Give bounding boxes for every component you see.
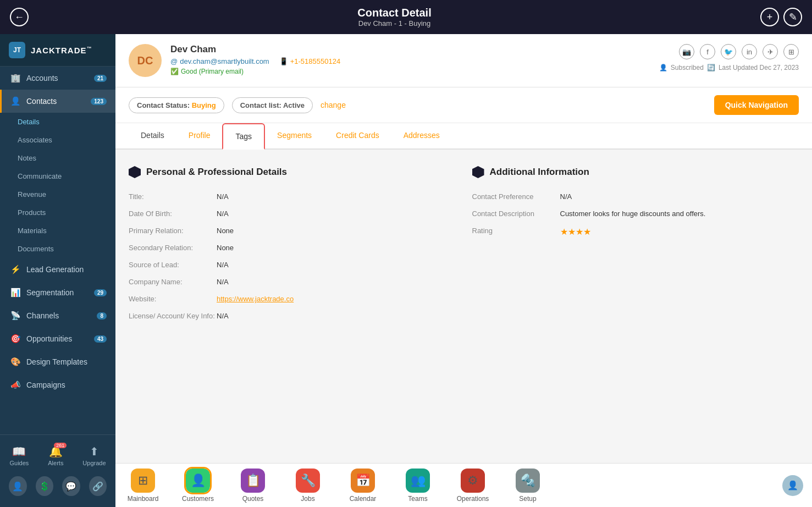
website-link[interactable]: https://www.jacktrade.co — [217, 295, 456, 303]
quotes-icon: 📋 — [241, 469, 265, 493]
jobs-icon: 🔧 — [296, 469, 320, 493]
bottom-icons: 👤 💲 💬 🔗 — [0, 471, 115, 502]
contact-info: Dev Cham @ dev.cham@smartlybuilt.com 📱 +… — [170, 44, 340, 75]
alerts-button[interactable]: 🔔 261 Alerts — [48, 445, 63, 466]
personal-hex-icon — [129, 166, 141, 178]
user-avatar[interactable]: 👤 — [782, 475, 803, 496]
appbar-mainboard[interactable]: ⊞ Mainboard — [115, 464, 170, 507]
tabs-bar: Details Profile Tags Segments Credit Car… — [115, 123, 812, 150]
appbar-setup[interactable]: 🔩 Setup — [500, 464, 555, 507]
subscribed-info: 👤 Subscribed 🔄 Last Updated Dec 27, 2023 — [659, 64, 799, 71]
sidebar-sub-revenue[interactable]: Revenue — [0, 185, 115, 203]
instagram-icon[interactable]: 📷 — [679, 44, 694, 59]
linkedin-icon[interactable]: in — [742, 44, 757, 59]
twitter-icon[interactable]: 🐦 — [721, 44, 736, 59]
top-bar-right: + ✎ — [760, 8, 802, 26]
sidebar-sub-materials[interactable]: Materials — [0, 222, 115, 240]
sidebar-logo: JT JACKTRADE™ — [0, 34, 115, 67]
contact-avatar: DC — [129, 44, 162, 77]
user-bottom-icon[interactable]: 👤 — [9, 476, 27, 496]
sidebar-item-opportunities[interactable]: 🎯 Opportunities 43 — [0, 327, 115, 350]
telegram-icon[interactable]: ✈ — [763, 44, 778, 59]
tab-details[interactable]: Details — [129, 123, 176, 150]
guides-icon: 📖 — [12, 445, 26, 458]
sidebar-bottom: 📖 Guides 🔔 261 Alerts ⬆ Upgrade 👤 💲 💬 🔗 — [0, 434, 115, 507]
subscribed-icon: 👤 — [659, 64, 667, 71]
appbar-customers[interactable]: 👤 Customers — [170, 464, 225, 507]
sidebar-sub-associates[interactable]: Associates — [0, 131, 115, 149]
top-bar-center: Contact Detail Dev Cham - 1 - Buying — [357, 7, 431, 27]
detail-row: Title: N/A — [129, 188, 456, 205]
logo-icon: JT — [9, 42, 25, 58]
detail-content: Personal & Professional Details Title: N… — [115, 150, 812, 341]
operations-icon: ⚙ — [461, 469, 485, 493]
setup-icon: 🔩 — [516, 469, 540, 493]
page-title: Contact Detail — [357, 7, 431, 19]
sidebar: JT JACKTRADE™ 🏢 Accounts 21 👤 Contacts 1… — [0, 34, 115, 507]
mainboard-icon: ⊞ — [131, 469, 155, 493]
detail-row: License/ Account/ Key Info: N/A — [129, 307, 456, 324]
sidebar-item-campaigns[interactable]: 📣 Campaigns — [0, 373, 115, 396]
sidebar-sub-documents[interactable]: Documents — [0, 240, 115, 258]
contact-email-status: ✅ Good (Primary email) — [170, 68, 340, 75]
app-bar: ⊞ Mainboard 👤 Customers 📋 Quotes 🔧 Jobs … — [115, 463, 812, 507]
guides-button[interactable]: 📖 Guides — [9, 445, 29, 466]
link-bottom-icon[interactable]: 🔗 — [89, 476, 107, 496]
personal-section-title: Personal & Professional Details — [146, 167, 287, 178]
sidebar-sub-products[interactable]: Products — [0, 203, 115, 222]
channels-icon: 📡 — [10, 311, 21, 321]
appbar-quotes[interactable]: 📋 Quotes — [225, 464, 280, 507]
appbar-teams[interactable]: 👥 Teams — [390, 464, 445, 507]
sidebar-item-design-templates[interactable]: 🎨 Design Templates — [0, 350, 115, 373]
sidebar-item-segmentation[interactable]: 📊 Segmentation 29 — [0, 281, 115, 304]
dollar-bottom-icon[interactable]: 💲 — [36, 476, 54, 496]
appbar-calendar[interactable]: 📅 Calendar — [335, 464, 390, 507]
add-button[interactable]: + — [760, 8, 779, 26]
sidebar-sub-details[interactable]: Details — [0, 113, 115, 131]
sidebar-item-lead-generation[interactable]: ⚡ Lead Generation — [0, 258, 115, 281]
alerts-badge: 261 — [54, 443, 67, 448]
calendar-icon: 📅 — [351, 469, 375, 493]
detail-row: Secondary Relation: None — [129, 239, 456, 256]
contact-header: DC Dev Cham @ dev.cham@smartlybuilt.com … — [115, 34, 812, 87]
content-area: DC Dev Cham @ dev.cham@smartlybuilt.com … — [115, 34, 812, 463]
sync-icon: 🔄 — [707, 64, 715, 71]
contact-list-pill: Contact list: Active — [232, 97, 313, 113]
facebook-icon[interactable]: f — [700, 44, 715, 59]
accounts-icon: 🏢 — [10, 73, 21, 83]
back-button[interactable]: ← — [10, 8, 29, 26]
sidebar-sub-notes[interactable]: Notes — [0, 149, 115, 167]
contacts-badge: 123 — [91, 98, 107, 105]
upgrade-button[interactable]: ⬆ Upgrade — [82, 445, 106, 466]
additional-section: Additional Information Contact Preferenc… — [472, 166, 799, 324]
tab-tags[interactable]: Tags — [222, 123, 265, 150]
tab-segments[interactable]: Segments — [265, 123, 324, 150]
contact-name: Dev Cham — [170, 44, 340, 55]
sidebar-sub-communicate[interactable]: Communicate — [0, 167, 115, 185]
appbar-operations[interactable]: ⚙ Operations — [445, 464, 500, 507]
detail-row: Contact Preference N/A — [472, 188, 799, 205]
status-bar: Contact Status: Buying Contact list: Act… — [115, 87, 812, 123]
top-bar-left: ← — [10, 8, 29, 26]
contact-status-pill: Contact Status: Buying — [129, 97, 224, 113]
edit-button[interactable]: ✎ — [783, 8, 802, 26]
additional-details-table: Contact Preference N/A Contact Descripti… — [472, 188, 799, 241]
appbar-jobs[interactable]: 🔧 Jobs — [280, 464, 335, 507]
tab-credit-cards[interactable]: Credit Cards — [324, 123, 391, 150]
sidebar-item-contacts[interactable]: 👤 Contacts 123 — [0, 90, 115, 113]
detail-row: Date Of Birth: N/A — [129, 205, 456, 222]
chat-bottom-icon[interactable]: 💬 — [62, 476, 80, 496]
sidebar-item-accounts[interactable]: 🏢 Accounts 21 — [0, 67, 115, 90]
change-link[interactable]: change — [321, 101, 346, 109]
lead-gen-icon: ⚡ — [10, 264, 21, 274]
tab-addresses[interactable]: Addresses — [391, 123, 452, 150]
detail-row: Website: https://www.jacktrade.co — [129, 290, 456, 307]
personal-section: Personal & Professional Details Title: N… — [129, 166, 456, 324]
sidebar-item-channels[interactable]: 📡 Channels 8 — [0, 304, 115, 327]
top-bar: ← Contact Detail Dev Cham - 1 - Buying +… — [0, 0, 812, 34]
grid-icon[interactable]: ⊞ — [783, 44, 799, 59]
tab-profile[interactable]: Profile — [176, 123, 223, 150]
campaigns-icon: 📣 — [10, 380, 21, 390]
rating-stars: ★★★★ — [560, 227, 799, 237]
quick-navigation-button[interactable]: Quick Navigation — [714, 95, 799, 115]
